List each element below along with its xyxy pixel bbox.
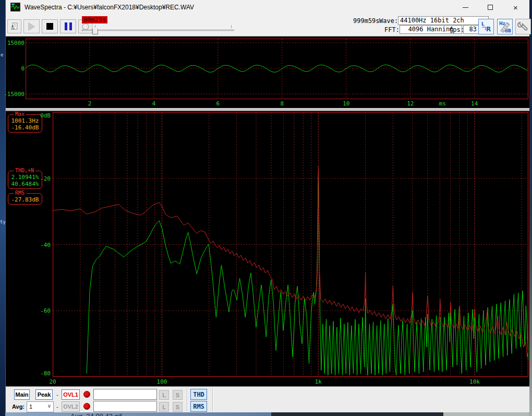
- axis-tick-label: 6: [216, 100, 220, 107]
- avg-label: Avg:: [12, 403, 25, 410]
- spectrum-plot: [53, 112, 528, 377]
- ovl1-button[interactable]: OVL1: [62, 389, 80, 400]
- total-time-label: 999m59s: [353, 17, 380, 25]
- axis-tick-label: 1k: [315, 378, 322, 385]
- ovl1-l-button[interactable]: L: [159, 390, 169, 400]
- screen: e ty Aug. 24 08 43.gif WaveSpectra - C:¥…: [0, 0, 532, 416]
- open-file-icon: [10, 22, 19, 31]
- axis-tick-label: 12: [407, 100, 414, 107]
- avg-select[interactable]: 1 ∨: [27, 401, 54, 412]
- seek-slider[interactable]: [82, 25, 234, 34]
- dash-separator: -: [56, 391, 58, 398]
- fft-label: FFT:: [384, 26, 400, 33]
- main-button[interactable]: Main: [14, 389, 30, 400]
- toolbar-groove: [212, 388, 213, 411]
- axis-tick-label: 0: [21, 65, 25, 72]
- axis-tick-label: ms: [439, 100, 446, 107]
- wavespectra-window: WaveSpectra - C:¥Users¥falconFX2018¥Desk…: [5, 0, 529, 412]
- max-frequency-value: 1001.3Hz: [9, 117, 41, 124]
- avg-selected-value: 1: [29, 403, 32, 410]
- rms-mode-button[interactable]: RMS: [190, 401, 207, 412]
- seek-track[interactable]: [82, 30, 234, 31]
- ovl2-l-button[interactable]: L: [159, 402, 169, 412]
- wave-format-field: 44100Hz 16bit 2ch: [398, 16, 489, 25]
- axis-tick-label: -15000: [4, 91, 25, 98]
- axis-tick-label: 15000: [7, 40, 25, 46]
- ovl2-s-button[interactable]: S: [173, 402, 183, 412]
- settings-button[interactable]: [515, 19, 531, 34]
- rms-readout-label: RMS: [14, 190, 26, 196]
- svg-text:dB: dB: [505, 29, 511, 33]
- seek-thumb[interactable]: [92, 27, 98, 34]
- channel-lr-button[interactable]: L R: [478, 19, 494, 34]
- rms-readout: RMS -27.83dB: [8, 193, 42, 205]
- wave-label: Wave:: [379, 17, 398, 25]
- ovl2-file-field[interactable]: [93, 401, 157, 412]
- rms-value: -27.83dB: [9, 196, 41, 203]
- open-file-button[interactable]: [7, 19, 21, 33]
- thd-readout-label: THD,+N: [14, 168, 35, 173]
- play-icon: [28, 22, 35, 31]
- toolbar-groove: [187, 388, 188, 411]
- toolbar: 00m25s 999m59s Wave: 44100Hz 16bit 2ch F…: [6, 15, 529, 37]
- thd-percent-value: 2.10941%: [9, 174, 41, 181]
- pause-icon: [65, 22, 72, 30]
- oscilloscope-panel: 150000-15000 2468101214ms: [6, 37, 529, 108]
- axis-tick-label: 10k: [469, 378, 480, 385]
- fps-value-field: 83: [463, 25, 479, 34]
- wallpaper-zone: [271, 412, 443, 416]
- stop-button[interactable]: [42, 19, 58, 33]
- play-button[interactable]: [23, 19, 40, 33]
- axis-tick-label: 10: [343, 100, 349, 107]
- axis-tick-label: -40: [40, 242, 51, 248]
- stop-icon: [46, 23, 53, 30]
- ovl2-button[interactable]: OVL2: [62, 401, 80, 412]
- axis-tick-label: 14: [471, 100, 478, 107]
- axis-tick-label: 100: [157, 378, 167, 385]
- minimize-icon: [463, 7, 468, 8]
- hz-db-ruler-icon: Hz dB: [499, 20, 511, 33]
- svg-text:L: L: [481, 21, 485, 27]
- titlebar[interactable]: WaveSpectra - C:¥Users¥falconFX2018¥Desk…: [6, 0, 529, 15]
- window-title: WaveSpectra - C:¥Users¥falconFX2018¥Desk…: [25, 4, 194, 11]
- axis-scale-button[interactable]: Hz dB: [497, 19, 513, 34]
- peak-button[interactable]: Peak: [35, 389, 53, 400]
- close-icon: ×: [513, 3, 518, 12]
- ovl1-indicator-led[interactable]: [83, 391, 90, 398]
- desktop-icon-text-fragment: e: [1, 52, 3, 57]
- axis-tick-label: 0dB: [40, 112, 51, 119]
- wallpaper-zone: [443, 412, 529, 416]
- ovl2-indicator-led[interactable]: [83, 403, 90, 410]
- axis-tick-label: -80: [40, 370, 51, 377]
- svg-text:R: R: [486, 26, 491, 33]
- close-button[interactable]: ×: [502, 0, 529, 15]
- thd-mode-button[interactable]: THD: [190, 389, 207, 400]
- svg-text:Hz: Hz: [499, 21, 505, 26]
- oscilloscope-plot: [26, 39, 528, 100]
- minimize-button[interactable]: [453, 0, 478, 15]
- wrench-icon: [517, 20, 529, 33]
- seek-tick: [231, 25, 232, 28]
- bottom-control-bar: Main Peak - OVL1 L S THD Avg: 1 ∨ - OVL2…: [6, 386, 529, 412]
- axis-tick-label: -60: [40, 307, 51, 314]
- desktop-edge-left: e ty: [0, 0, 5, 416]
- axis-tick-label: 4: [152, 100, 156, 107]
- chevron-down-icon: ∨: [47, 403, 51, 409]
- channel-lr-icon: L R: [480, 20, 492, 33]
- max-readout-label: Max: [14, 111, 26, 117]
- thd-readout: THD,+N 2.10941% 40.6484%: [8, 171, 42, 189]
- spectrum-panel: Max 1001.3Hz -16.40dB THD,+N 2.10941% 40…: [6, 111, 529, 386]
- ovl1-s-button[interactable]: S: [173, 390, 183, 400]
- desktop-file-label[interactable]: Aug. 24 08 43.gif: [70, 412, 122, 416]
- ovl1-file-field[interactable]: [93, 389, 157, 400]
- max-readout: Max 1001.3Hz -16.40dB: [8, 114, 42, 133]
- wallpaper-zone: [5, 412, 271, 416]
- axis-tick-label: 2: [88, 100, 92, 107]
- elapsed-time-display: 00m25s: [82, 16, 107, 23]
- fps-label: fps:: [449, 26, 464, 33]
- dash-separator: -: [56, 403, 58, 410]
- maximize-button[interactable]: [478, 0, 502, 15]
- pause-button[interactable]: [60, 19, 76, 33]
- maximize-icon: [488, 5, 493, 10]
- max-level-value: -16.40dB: [9, 124, 41, 131]
